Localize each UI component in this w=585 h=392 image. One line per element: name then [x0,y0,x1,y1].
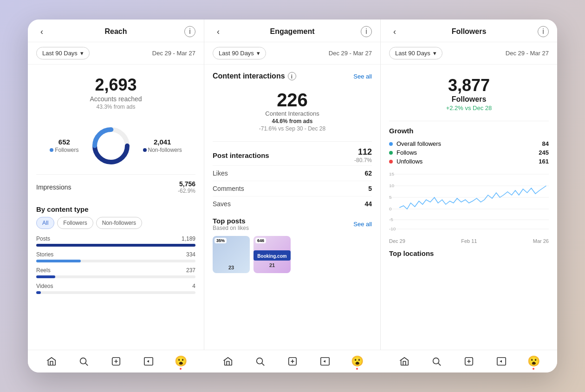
content-interactions-see-all[interactable]: See all [353,73,372,80]
reach-main-stat: 2,693 Accounts reached 43.3% from ads [36,72,195,118]
svg-text:-5: -5 [389,217,393,222]
engagement-reels-icon[interactable] [318,355,332,368]
unfollows-dot [389,160,393,163]
followers-reels-icon[interactable] [495,355,508,368]
engagement-info-button[interactable]: i [361,26,372,37]
comments-row: Comments 5 [213,181,372,196]
likes-row: Likes 62 [213,165,372,181]
followers-title: Followers [400,27,538,36]
engagement-create-icon[interactable] [286,355,299,368]
engagement-subheader: Last 90 Days ▾ Dec 29 - Mar 27 [204,42,380,65]
top-post-1[interactable]: 35% 23 [213,236,250,273]
svg-text:-10: -10 [389,226,396,231]
reach-info-button[interactable]: i [184,26,195,37]
reach-profile-icon[interactable]: 😮 [174,355,187,368]
followers-search-icon[interactable] [430,355,443,368]
reels-bar-row: Reels 237 [36,267,195,278]
engagement-body: Content interactions i See all 226 Conte… [204,65,380,350]
post1-overlay: 35% [214,238,227,243]
engagement-profile-icon[interactable]: 😮 [351,355,364,368]
reach-period-dropdown[interactable]: Last 90 Days ▾ [36,47,90,59]
content-interactions-title: Content interactions i [213,72,296,80]
stories-bar-row: Stories 334 [36,251,195,262]
top-posts-see-all[interactable]: See all [353,221,372,228]
follows-val: 245 [539,149,549,156]
post2-overlay: 646 [255,238,266,243]
overall-followers-legend: Overall followers 84 [389,139,549,148]
growth-section: Growth Overall followers 84 [389,121,549,244]
engagement-period-dropdown[interactable]: Last 90 Days ▾ [213,47,266,59]
svg-point-27 [433,358,439,364]
reach-ads-pct: 43.3% from ads [36,104,195,110]
top-locations-title: Top locations [389,249,549,257]
post-interactions-header: Post interactions 112 -80.7% [213,147,372,163]
reach-header: ‹ Reach i [28,20,204,42]
top-post-2[interactable]: 646 Booking.com 21 [254,236,291,273]
reach-date-range: Dec 29 - Mar 27 [152,50,195,57]
followers-period-dropdown[interactable]: Last 90 Days ▾ [389,47,442,59]
reach-panel: ‹ Reach i Last 90 Days ▾ Dec 29 - Mar 27… [28,20,204,350]
engagement-main-stat: 226 Content Interactions 44.6% from ads … [213,82,372,136]
posts-bar-row: Posts 1,189 [36,235,195,247]
overall-val: 84 [542,140,549,147]
engagement-date-range: Dec 29 - Mar 27 [329,50,372,57]
followers-back-button[interactable]: ‹ [389,26,400,37]
followers-chart: 15 10 5 0 -5 -10 [389,170,549,235]
followers-label: Followers [389,95,549,104]
engagement-label: Content Interactions [213,110,372,117]
followers-header: ‹ Followers i [381,20,557,42]
svg-text:10: 10 [389,183,394,188]
videos-label: Videos [36,283,53,289]
bottom-navbars: 😮 😮 [28,350,557,372]
donut-chart [90,125,132,167]
engagement-navbar: 😮 [204,350,381,372]
reach-reels-icon[interactable] [142,355,155,368]
follows-label: Follows [396,149,417,156]
chart-date-start: Dec 29 [389,238,405,244]
engagement-vs: -71.6% vs Sep 30 - Dec 28 [213,125,372,132]
svg-line-22 [262,363,265,366]
post-interactions-values: 112 -80.7% [354,147,372,163]
stories-val: 334 [186,251,195,258]
followers-date-range: Dec 29 - Mar 27 [506,50,549,57]
followers-home-icon[interactable] [398,355,411,368]
engagement-title: Engagement [224,27,361,36]
svg-line-16 [86,363,88,366]
svg-text:0: 0 [389,206,392,211]
filter-tab-followers[interactable]: Followers [57,217,93,229]
followers-body: 3,877 Followers +2.2% vs Dec 28 Growth O… [381,65,557,350]
engagement-home-icon[interactable] [221,355,234,368]
impressions-row: Impressions 5,756 -62.9% [36,174,195,200]
posts-val: 1,189 [182,235,195,242]
reach-count: 2,693 [36,76,195,94]
followers-main-stat: 3,877 Followers +2.2% vs Dec 28 [389,72,549,117]
reach-create-icon[interactable] [110,355,123,368]
videos-val: 4 [192,283,195,289]
reach-back-button[interactable]: ‹ [36,26,47,37]
top-posts-header: Top posts Based on likes See all [213,217,372,231]
filter-tab-non-followers[interactable]: Non-followers [96,217,142,229]
followers-info-button[interactable]: i [538,26,549,37]
followers-subheader: Last 90 Days ▾ Dec 29 - Mar 27 [381,42,557,65]
reach-title: Reach [47,27,184,36]
content-interactions-info[interactable]: i [288,72,296,80]
engagement-search-icon[interactable] [254,355,266,368]
top-posts-grid: 35% 23 646 Booking.com 21 [213,236,372,273]
filter-tab-all[interactable]: All [36,217,54,229]
reach-search-icon[interactable] [77,355,90,368]
followers-profile-icon[interactable]: 😮 [527,355,540,368]
reach-body: 2,693 Accounts reached 43.3% from ads 65… [28,65,204,350]
engagement-back-button[interactable]: ‹ [213,26,224,37]
unfollows-label: Unfollows [396,158,422,165]
svg-text:5: 5 [389,195,392,199]
growth-legend: Overall followers 84 Follows 245 [389,139,549,166]
reach-home-icon[interactable] [45,355,58,368]
saves-row: Saves 44 [213,196,372,211]
chart-date-mid: Feb 11 [461,238,477,244]
unfollows-legend: Unfollows 161 [389,157,549,166]
followers-count: 3,877 [389,76,549,95]
svg-text:15: 15 [389,171,394,176]
followers-create-icon[interactable] [462,355,475,368]
follows-dot [389,151,393,155]
post1-stat: 23 [228,265,234,270]
